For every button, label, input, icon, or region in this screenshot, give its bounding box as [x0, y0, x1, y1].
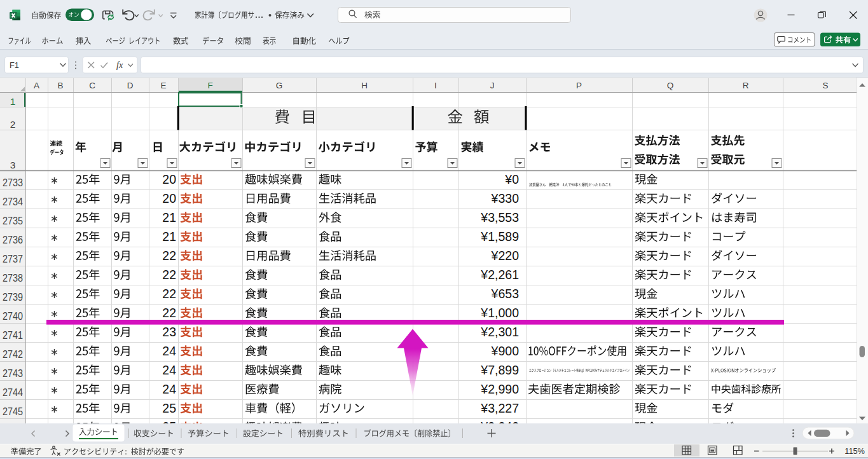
- svg-text:2743: 2743: [3, 368, 23, 379]
- svg-text:22: 22: [162, 268, 176, 282]
- svg-text:24: 24: [162, 344, 176, 358]
- svg-text:¥900: ¥900: [491, 344, 520, 358]
- svg-text:F: F: [207, 81, 212, 90]
- svg-text:1: 1: [10, 96, 16, 107]
- svg-text:¥220: ¥220: [491, 249, 520, 263]
- svg-text:2741: 2741: [3, 330, 23, 341]
- svg-text:¥2,301: ¥2,301: [480, 325, 519, 339]
- svg-text:21: 21: [162, 230, 176, 243]
- svg-text:2738: 2738: [3, 273, 23, 284]
- svg-text:Q: Q: [667, 81, 674, 90]
- svg-text:¥330: ¥330: [491, 191, 520, 205]
- svg-text:¥2,990: ¥2,990: [480, 382, 519, 396]
- svg-text:H: H: [361, 81, 368, 90]
- svg-text:22: 22: [162, 249, 176, 263]
- svg-text:115%: 115%: [844, 446, 865, 456]
- svg-text:20: 20: [162, 172, 176, 186]
- svg-text:¥3,227: ¥3,227: [480, 401, 519, 415]
- svg-text:24: 24: [162, 382, 176, 396]
- svg-text:D: D: [127, 81, 134, 90]
- svg-text:¥653: ¥653: [491, 287, 519, 301]
- svg-text:J: J: [490, 81, 495, 90]
- svg-text:A: A: [34, 81, 39, 90]
- svg-text:B: B: [57, 81, 63, 90]
- svg-text:2735: 2735: [3, 216, 23, 226]
- svg-text:¥7,899: ¥7,899: [480, 363, 519, 377]
- svg-text:F1: F1: [10, 60, 19, 70]
- svg-text:22: 22: [162, 287, 176, 301]
- svg-text:2: 2: [10, 119, 16, 130]
- svg-text:¥0: ¥0: [504, 172, 519, 186]
- svg-text:2740: 2740: [3, 311, 23, 322]
- svg-text:G: G: [276, 81, 283, 90]
- svg-text:S: S: [822, 81, 828, 90]
- svg-text:I: I: [434, 81, 437, 90]
- svg-text:3: 3: [10, 160, 16, 170]
- svg-text:¥1,000: ¥1,000: [480, 306, 519, 320]
- svg-text:E: E: [160, 81, 166, 90]
- svg-text:2736: 2736: [3, 235, 23, 245]
- svg-text:¥1,589: ¥1,589: [480, 230, 519, 243]
- svg-text:C: C: [89, 81, 95, 90]
- svg-text:¥3,553: ¥3,553: [480, 210, 519, 224]
- svg-text:2739: 2739: [3, 292, 23, 303]
- svg-text:23: 23: [162, 325, 176, 339]
- svg-text:22: 22: [162, 306, 176, 320]
- svg-text:2734: 2734: [3, 196, 23, 207]
- svg-text:25: 25: [162, 401, 176, 415]
- svg-text:2733: 2733: [3, 177, 23, 188]
- svg-text:24: 24: [162, 363, 176, 377]
- svg-text:2737: 2737: [3, 254, 23, 264]
- svg-text:R: R: [743, 81, 749, 90]
- svg-text:20: 20: [162, 191, 176, 205]
- svg-text:2742: 2742: [3, 349, 23, 360]
- svg-text:fx: fx: [116, 60, 123, 70]
- svg-text:¥2,261: ¥2,261: [480, 268, 519, 282]
- svg-text:P: P: [576, 81, 582, 90]
- svg-text:21: 21: [162, 210, 176, 224]
- svg-text:2744: 2744: [3, 387, 23, 398]
- svg-text:2745: 2745: [3, 406, 23, 417]
